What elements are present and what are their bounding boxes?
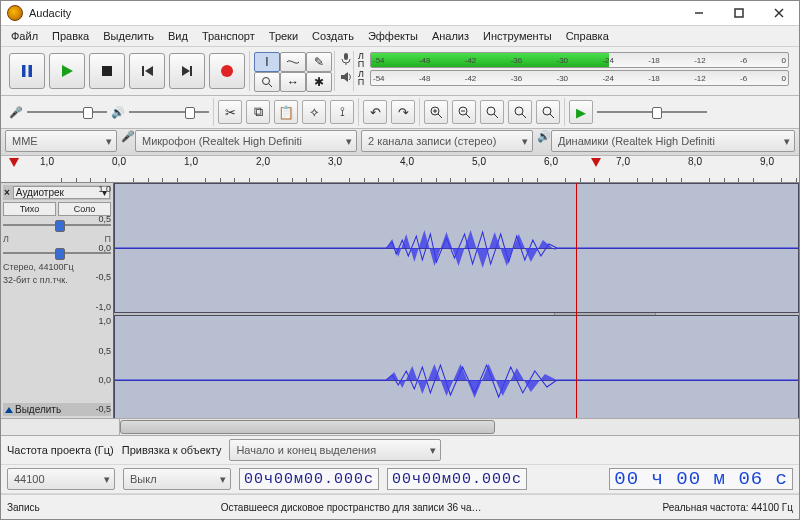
fit-selection-button[interactable] [480,100,504,124]
menubar: Файл Правка Выделить Вид Транспорт Треки… [1,26,799,47]
multi-tool-icon[interactable]: ✱ [306,72,332,92]
zoom-tool-icon[interactable] [254,72,280,92]
minimize-button[interactable] [679,2,719,24]
record-button[interactable] [209,53,245,89]
stop-button[interactable] [89,53,125,89]
play-volume-slider[interactable] [129,105,209,119]
undo-button[interactable]: ↶ [363,100,387,124]
skip-start-button[interactable] [129,53,165,89]
transport-toolbar: I ✎ ↔ ✱ Л П -54-48-42-36-30-24-18-12-6 [1,47,799,96]
menu-edit[interactable]: Правка [46,28,95,44]
speaker-icon: 🔊 [111,106,125,119]
app-logo-icon [7,5,23,21]
rec-meter-label: Л П [356,52,366,68]
svg-rect-7 [102,66,112,76]
status-disk: Оставшееся дисковое пространство для зап… [221,502,482,513]
play-button[interactable] [49,53,85,89]
quick-play-end-icon[interactable] [591,158,601,167]
zoom-in-button[interactable] [424,100,448,124]
svg-line-30 [550,114,554,118]
menu-generate[interactable]: Создать [306,28,360,44]
svg-line-19 [438,114,442,118]
snap-to-select[interactable]: Выкл▾ [123,468,231,490]
svg-point-13 [263,78,270,85]
menu-transport[interactable]: Транспорт [196,28,261,44]
chevron-down-icon: ▾ [106,135,112,148]
selection-end-field[interactable]: 00ч00м00.000с [387,468,527,490]
record-meter[interactable]: Л П -54-48-42-36-30-24-18-12-60 [356,52,789,68]
menu-select[interactable]: Выделить [97,28,160,44]
skip-end-button[interactable] [169,53,205,89]
redo-button[interactable]: ↷ [391,100,415,124]
waveform-area[interactable]: 1,0 0,5 0,0 -0,5 -1,0 1,0 0,5 [114,183,799,418]
edit-toolbar: 🎤 🔊 ✂ ⧉ 📋 ⟡ ⟟ ↶ ↷ ▶ [1,96,799,129]
svg-rect-15 [344,53,348,60]
copy-button[interactable]: ⧉ [246,100,270,124]
selection-start-field[interactable]: 00ч00м00.000с [239,468,379,490]
fit-project-button[interactable] [508,100,532,124]
app-title: Audacity [29,7,71,19]
timeshift-tool-icon[interactable]: ↔ [280,72,306,92]
waveform-left[interactable]: 1,0 0,5 0,0 -0,5 -1,0 [114,183,799,313]
audio-host-select[interactable]: MME▾ [5,130,117,152]
chevron-down-icon: ▾ [430,444,436,457]
track-close-icon[interactable]: × [4,187,10,198]
speaker-icon: 🔊 [537,130,551,154]
device-toolbar: MME▾ 🎤 Микрофон (Realtek High Definiti▾ … [1,129,799,156]
input-device-select[interactable]: Микрофон (Realtek High Definiti▾ [135,130,357,152]
selection-tool-icon[interactable]: I [254,52,280,72]
paste-button[interactable]: 📋 [274,100,298,124]
rec-volume-slider[interactable] [27,105,107,119]
mic-icon: 🎤 [9,106,23,119]
envelope-tool-icon[interactable] [280,52,306,72]
record-channels-value: 2 канала записи (стерео) [368,135,496,147]
svg-point-27 [515,107,523,115]
play-speed-slider[interactable] [597,105,707,119]
record-channels-select[interactable]: 2 канала записи (стерео)▾ [361,130,533,152]
horizontal-scrollbar[interactable] [1,418,799,435]
maximize-button[interactable] [719,2,759,24]
input-device-value: Микрофон (Realtek High Definiti [142,135,302,147]
svg-marker-11 [182,66,190,76]
menu-effects[interactable]: Эффекты [362,28,424,44]
output-device-value: Динамики (Realtek High Definiti [558,135,715,147]
status-rate: Реальная частота: 44100 Гц [662,502,793,513]
menu-help[interactable]: Справка [560,28,615,44]
cut-button[interactable]: ✂ [218,100,242,124]
silence-button[interactable]: ⟟ [330,100,354,124]
selection-mode-value: Начало и конец выделения [236,444,376,456]
quick-play-start-icon[interactable] [9,158,19,167]
svg-line-26 [494,114,498,118]
tracks-area: × Аудиотрек▾ Тихо Соло ЛП Стерео, 44100Г… [1,183,799,418]
svg-line-23 [466,114,470,118]
play-meter[interactable]: Л П -54-48-42-36-30-24-18-12-60 [356,70,789,86]
timeline-ticks: 1,00,01,02,03,04,05,06,07,08,09,0 [119,156,799,182]
menu-tools[interactable]: Инструменты [477,28,558,44]
menu-tracks[interactable]: Треки [263,28,304,44]
selection-mode-select[interactable]: Начало и конец выделения▾ [229,439,441,461]
svg-line-28 [522,114,526,118]
output-device-select[interactable]: Динамики (Realtek High Definiti▾ [551,130,795,152]
mute-button[interactable]: Тихо [3,202,56,216]
titlebar: Audacity [1,1,799,26]
close-button[interactable] [759,2,799,24]
audio-host-value: MME [12,135,38,147]
menu-view[interactable]: Вид [162,28,194,44]
zoom-out-button[interactable] [452,100,476,124]
collapse-icon[interactable] [5,407,13,413]
svg-rect-5 [29,65,33,77]
menu-analyze[interactable]: Анализ [426,28,475,44]
project-rate-select[interactable]: 44100▾ [7,468,115,490]
pause-button[interactable] [9,53,45,89]
draw-tool-icon[interactable]: ✎ [306,52,332,72]
menu-file[interactable]: Файл [5,28,44,44]
audio-position-field[interactable]: 00 ч 00 м 06 с [609,468,793,490]
chevron-down-icon: ▾ [104,473,110,486]
zoom-toggle-button[interactable] [536,100,560,124]
svg-rect-4 [22,65,26,77]
svg-rect-8 [142,66,144,76]
trim-button[interactable]: ⟡ [302,100,326,124]
timeline-ruler[interactable]: 1,00,01,02,03,04,05,06,07,08,09,0 [1,156,799,183]
waveform-right[interactable]: 1,0 0,5 0,0 -0,5 -1,0 [114,315,799,418]
play-at-speed-button[interactable]: ▶ [569,100,593,124]
